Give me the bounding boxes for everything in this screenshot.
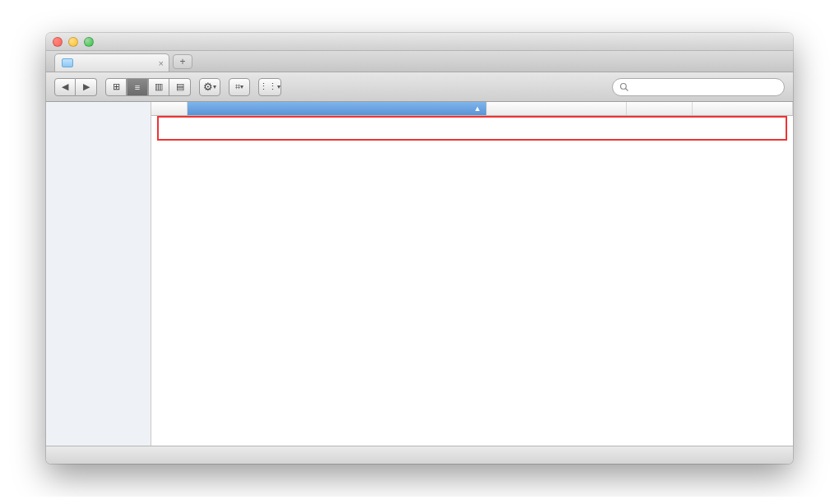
traffic-lights — [53, 37, 94, 47]
sort-asc-icon: ▲ — [474, 104, 481, 113]
column-date-modified[interactable] — [487, 102, 627, 115]
tab-hints[interactable]: × — [54, 53, 169, 72]
column-view-button[interactable]: ▥ — [148, 78, 169, 96]
action-menu-button[interactable] — [199, 78, 220, 96]
column-size[interactable] — [627, 102, 693, 115]
column-kind[interactable] — [693, 102, 793, 115]
file-rows — [151, 116, 793, 446]
sidebar[interactable] — [46, 102, 151, 446]
arrange-menu-button[interactable]: ⋮⋮ — [258, 78, 281, 96]
body: ▲ — [46, 102, 793, 446]
toolbar: ◀ ▶ ⊞ ≡ ▥ ▤ ⌗ ⋮⋮ — [46, 72, 793, 102]
gear-icon — [203, 81, 213, 93]
folder-icon — [62, 58, 73, 67]
add-tab-button[interactable]: + — [173, 54, 192, 69]
back-button[interactable]: ◀ — [54, 78, 76, 96]
status-bar — [46, 446, 793, 464]
file-list-pane: ▲ — [151, 102, 793, 446]
icon-view-button[interactable]: ⊞ — [105, 78, 127, 96]
tab-bar: × + — [46, 51, 793, 72]
annotation-highlight — [157, 116, 787, 141]
close-tab-icon[interactable]: × — [159, 58, 164, 68]
nav-buttons: ◀ ▶ — [54, 78, 97, 96]
column-name[interactable]: ▲ — [188, 102, 487, 115]
view-buttons: ⊞ ≡ ▥ ▤ — [105, 78, 191, 96]
column-expand — [151, 102, 165, 115]
column-headers: ▲ — [151, 102, 793, 116]
forward-button[interactable]: ▶ — [76, 78, 97, 96]
finder-window: × + ◀ ▶ ⊞ ≡ ▥ ▤ ⌗ ⋮⋮ — [46, 33, 793, 464]
coverflow-view-button[interactable]: ▤ — [169, 78, 191, 96]
list-view-button[interactable]: ≡ — [127, 78, 148, 96]
search-input[interactable] — [633, 82, 777, 92]
column-icon — [165, 102, 188, 115]
dropbox-menu-button[interactable]: ⌗ — [229, 78, 250, 96]
zoom-button[interactable] — [84, 37, 94, 47]
sidebar-heading-favorites — [46, 105, 151, 110]
minimize-button[interactable] — [68, 37, 78, 47]
search-field[interactable] — [612, 78, 785, 96]
svg-line-1 — [626, 88, 628, 90]
svg-point-0 — [621, 83, 627, 89]
close-button[interactable] — [53, 37, 63, 47]
search-icon — [619, 82, 629, 92]
titlebar[interactable] — [46, 33, 793, 51]
